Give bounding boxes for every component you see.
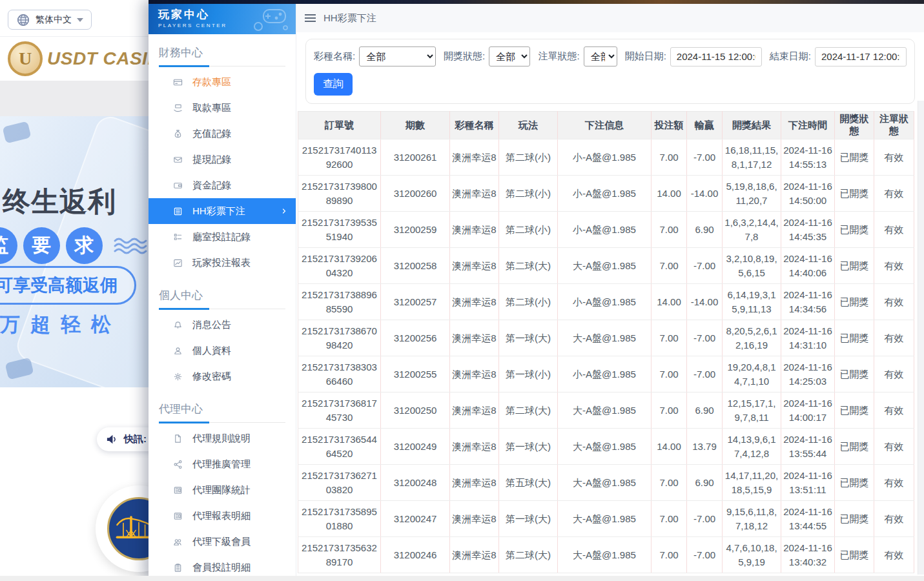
table-cell: 第二球(大) <box>499 248 558 284</box>
column-header: 訂單號 <box>298 112 381 139</box>
table-cell: 7.00 <box>652 537 687 573</box>
column-header: 開獎狀態 <box>835 112 874 139</box>
filter-row: 彩種名稱:全部開獎狀態:全部注單狀態:全部開始日期:結束日期: <box>314 46 907 66</box>
table-cell: 2152173173589501880 <box>298 501 381 537</box>
sidebar-item-label: 消息公告 <box>192 319 231 331</box>
table-cell: 2024-11-16 13:55:44 <box>781 429 835 465</box>
sidebar-item-label: 代理報表明細 <box>192 510 251 522</box>
sidebar-item-agent-sub-members[interactable]: 代理下級會員 <box>149 529 296 555</box>
list-icon <box>173 207 183 216</box>
sidebar-item-room-bet-record[interactable]: 廳室投註記錄 <box>149 224 296 250</box>
table-cell: 1,6,3,2,14,4,7,8 <box>723 212 781 248</box>
end-date-input[interactable] <box>815 47 907 66</box>
table-cell: 2152173173654464520 <box>298 429 381 465</box>
sidebar-item-label: 提現記錄 <box>192 154 231 166</box>
table-cell: 澳洲幸运8 <box>450 320 499 356</box>
bell-icon <box>173 320 183 330</box>
sidebar-item-announcements[interactable]: 消息公告 <box>149 312 296 338</box>
table-cell: 小-A盤@1.985 <box>558 356 652 392</box>
table-cell: 有效 <box>874 392 914 429</box>
table-cell: 31200258 <box>381 248 450 284</box>
sidebar-item-withdraw-record[interactable]: 提現記錄 <box>149 147 296 172</box>
start-date-input[interactable] <box>670 47 762 66</box>
sidebar-item-label: 個人資料 <box>192 345 231 357</box>
table-cell: 已開獎 <box>835 356 874 392</box>
table-cell: 2024-11-16 14:40:06 <box>781 248 835 284</box>
table-cell: 14,17,11,20,18,5,15,9 <box>723 465 781 501</box>
table-cell: 9,15,6,11,8,7,18,12 <box>723 501 781 537</box>
handshake-icon <box>2 121 31 144</box>
table-cell: 2152173174011392600 <box>298 139 381 176</box>
sidebar-section-items: 存款專區取款專區充值記錄提現記錄資金記錄HH彩票下注廳室投註記錄玩家投注報表 <box>149 66 296 277</box>
column-header: 玩法 <box>499 112 558 139</box>
table-cell: 3,2,10,8,19,5,6,15 <box>723 248 781 284</box>
sidebar-item-agent-promotion[interactable]: 代理推廣管理 <box>149 451 296 477</box>
chart-icon <box>173 258 183 268</box>
table-cell: 14.00 <box>652 429 687 465</box>
menu-toggle-icon[interactable] <box>305 14 316 22</box>
table-cell: -7.00 <box>687 356 723 392</box>
sidebar-item-agent-team-stats[interactable]: 代理團隊統計 <box>149 477 296 503</box>
table-cell: 7.00 <box>652 248 687 284</box>
table-cell: 第二球(小) <box>499 176 558 212</box>
table-cell: 31200250 <box>381 392 450 429</box>
person-icon <box>173 346 183 356</box>
order-status-select[interactable]: 全部 <box>584 46 617 66</box>
clipboard-icon <box>173 563 183 573</box>
sidebar-item-label: 充值記錄 <box>192 128 231 140</box>
table-cell: 2024-11-16 14:50:00 <box>781 176 835 212</box>
sidebar-item-label: 修改密碼 <box>192 371 231 383</box>
sidebar-item-recharge-record[interactable]: 充值記錄 <box>149 121 296 147</box>
table-cell: 有效 <box>874 139 914 176</box>
table-cell: 有效 <box>874 284 914 320</box>
table-cell: 5,19,8,18,6,11,20,7 <box>723 176 781 212</box>
table-cell: 澳洲幸运8 <box>450 176 499 212</box>
column-header: 輸贏 <box>687 112 723 139</box>
table-cell: 澳洲幸运8 <box>450 284 499 320</box>
search-button[interactable]: 查詢 <box>314 73 353 96</box>
table-cell: 2024-11-16 14:55:13 <box>781 139 835 176</box>
sidebar-item-player-bet-report[interactable]: 玩家投注報表 <box>149 250 296 276</box>
table-cell: 小-A盤@1.985 <box>558 212 652 248</box>
table-cell: 2024-11-16 13:51:11 <box>781 465 835 501</box>
table-cell: 已開獎 <box>835 465 874 501</box>
sidebar-item-funds-record[interactable]: 資金記錄 <box>149 172 296 198</box>
sidebar-item-agent-report-detail[interactable]: 代理報表明細 <box>149 503 296 529</box>
table-row: 215217317398008989031200260澳洲幸运8第二球(小)小-… <box>298 176 914 212</box>
sidebar: 玩家中心 PLAYERS CENTER 財務中心存款專區取款專區充值記錄提現記錄… <box>149 4 296 581</box>
wallet-icon <box>173 181 183 190</box>
sidebar-item-hh-lottery-bets[interactable]: HH彩票下注 <box>149 198 296 224</box>
lottery-name-select[interactable]: 全部 <box>359 46 436 66</box>
sidebar-item-deposit-zone[interactable]: 存款專區 <box>149 69 296 95</box>
table-cell: 已開獎 <box>835 392 874 429</box>
sidebar-item-label: 代理團隊統計 <box>192 484 251 496</box>
sidebar-item-agent-rules[interactable]: 代理規則說明 <box>149 425 296 451</box>
language-selector[interactable]: 繁体中文 <box>8 10 92 30</box>
column-header: 彩種名稱 <box>450 112 499 139</box>
report-icon <box>173 511 183 521</box>
users-icon <box>173 537 183 547</box>
table-cell: 大-A盤@1.985 <box>558 501 652 537</box>
sidebar-item-change-password[interactable]: 修改密碼 <box>149 363 296 389</box>
table-row: 215217317365446452031200249澳洲幸运8第一球(大)大-… <box>298 429 914 465</box>
sidebar-item-withdraw-zone[interactable]: 取款專區 <box>149 95 296 121</box>
table-cell: 31200249 <box>381 429 450 465</box>
sidebar-section-items: 代理規則說明代理推廣管理代理團隊統計代理報表明細代理下級會員會員投註明細 <box>149 423 296 581</box>
table-cell: 有效 <box>874 248 914 284</box>
table-cell: -7.00 <box>687 320 723 356</box>
end-date-label: 結束日期: <box>770 50 811 63</box>
draw-status-select[interactable]: 全部 <box>489 46 530 66</box>
table-cell: 14,13,9,6,17,4,12,8 <box>723 429 781 465</box>
sidebar-section-title: 個人中心 <box>159 288 285 309</box>
table-cell: 已開獎 <box>835 429 874 465</box>
table-row: 215217317386709842031200256澳洲幸运8第一球(大)大-… <box>298 320 914 356</box>
table-cell: 已開獎 <box>835 212 874 248</box>
table-cell: 14.00 <box>652 284 687 320</box>
table-cell: 31200248 <box>381 465 450 501</box>
table-cell: 有效 <box>874 212 914 248</box>
vertical-scrollbar[interactable] <box>918 101 924 575</box>
table-cell: 澳洲幸运8 <box>450 537 499 573</box>
sidebar-item-profile[interactable]: 個人資料 <box>149 338 296 363</box>
table-cell: 6.90 <box>687 212 723 248</box>
lottery-name-label: 彩種名稱: <box>314 50 355 63</box>
